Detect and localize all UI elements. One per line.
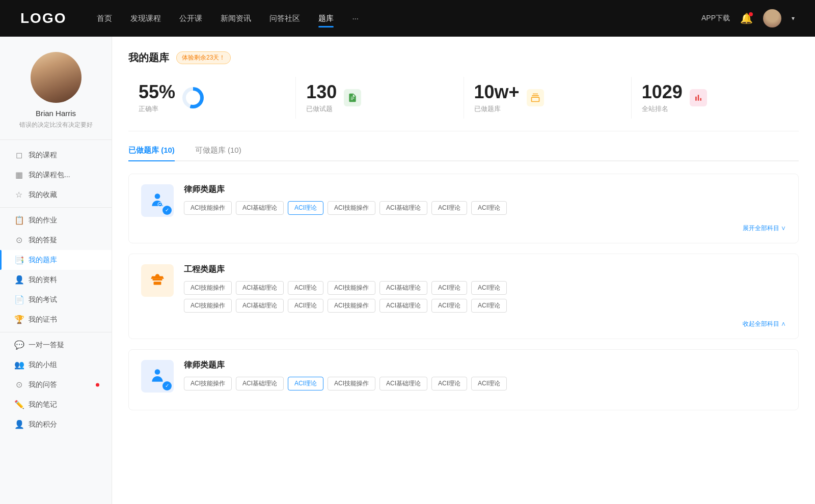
tab-available-banks[interactable]: 可做题库 (10) — [195, 146, 241, 160]
sidebar-item-question-bank[interactable]: 📑 我的题库 — [0, 250, 112, 270]
layout: Brian Harris 错误的决定比没有决定要好 ◻ 我的课程 ▦ 我的课程包… — [0, 37, 815, 504]
header: LOGO 首页 发现课程 公开课 新闻资讯 问答社区 题库 ··· APP下载 … — [0, 0, 815, 37]
qbank-name-lawyer-2: 律师类题库 — [184, 360, 786, 371]
notification-bell-icon[interactable]: 🔔 — [740, 12, 753, 24]
qbank-avatar-lawyer-1: ✓ — [141, 184, 174, 217]
law2-tag-4[interactable]: ACI技能操作 — [328, 377, 375, 390]
eng-tag-11[interactable]: ACI技能操作 — [328, 299, 375, 313]
stat-done-banks: 10w+ 已做题库 — [464, 77, 632, 119]
eng-tag-14[interactable]: ACI理论 — [471, 299, 507, 313]
tag-5[interactable]: ACI基础理论 — [379, 201, 427, 215]
eng-tag-5[interactable]: ACI基础理论 — [379, 281, 427, 295]
sidebar-item-label: 我的答疑 — [29, 236, 57, 245]
tab-row: 已做题库 (10) 可做题库 (10) — [128, 146, 799, 161]
law2-tag-2[interactable]: ACI基础理论 — [236, 377, 284, 390]
eng-tag-1[interactable]: ACI技能操作 — [184, 281, 232, 295]
eng-tag-4[interactable]: ACI技能操作 — [328, 281, 375, 295]
eng-tag-7[interactable]: ACI理论 — [471, 281, 507, 295]
one-on-one-icon: 💬 — [14, 340, 23, 350]
eng-tag-8[interactable]: ACI技能操作 — [184, 299, 232, 313]
sidebar-item-favorites[interactable]: ☆ 我的收藏 — [0, 185, 112, 205]
eng-tag-10[interactable]: ACI理论 — [288, 299, 323, 313]
qa-icon: ⊙ — [14, 235, 23, 245]
eng-tag-12[interactable]: ACI基础理论 — [379, 299, 427, 313]
certificate-icon: 🏆 — [14, 315, 23, 324]
tag-4[interactable]: ACI技能操作 — [328, 201, 375, 215]
eng-tag-6[interactable]: ACI理论 — [431, 281, 467, 295]
done-banks-icon — [527, 89, 544, 106]
sidebar-item-profile[interactable]: 👤 我的资料 — [0, 270, 112, 290]
eng-tag-13[interactable]: ACI理论 — [431, 299, 467, 313]
eng-tag-3[interactable]: ACI理论 — [288, 281, 323, 295]
eng-tag-9[interactable]: ACI基础理论 — [236, 299, 284, 313]
qbank-header: ✓ 律师类题库 ACI技能操作 ACI基础理论 ACI理论 ACI技能操作 AC… — [141, 184, 786, 217]
law2-tag-5[interactable]: ACI基础理论 — [379, 377, 427, 390]
law2-tag-3[interactable]: ACI理论 — [288, 377, 323, 390]
qbank-name-lawyer-1: 律师类题库 — [184, 184, 786, 195]
qbank-name-engineer: 工程类题库 — [184, 264, 786, 275]
nav-more[interactable]: ··· — [352, 12, 359, 25]
tag-1[interactable]: ACI技能操作 — [184, 201, 232, 215]
app-download-button[interactable]: APP下载 — [701, 14, 730, 23]
profile-avatar — [31, 52, 82, 103]
nav-home[interactable]: 首页 — [97, 12, 112, 25]
sidebar-item-exam[interactable]: 📄 我的考试 — [0, 290, 112, 310]
sidebar-item-points[interactable]: 👤 我的积分 — [0, 414, 112, 434]
stat-done-questions: 130 已做试题 — [296, 77, 464, 119]
sidebar-item-one-on-one[interactable]: 💬 一对一答疑 — [0, 335, 112, 355]
tag-6[interactable]: ACI理论 — [431, 201, 467, 215]
unread-dot — [96, 383, 99, 386]
nav-qa[interactable]: 问答社区 — [269, 12, 300, 25]
qbank-avatar-engineer — [141, 264, 174, 297]
header-right: APP下载 🔔 ▾ — [701, 9, 795, 27]
sidebar-item-label: 我的积分 — [29, 420, 57, 429]
nav-questionbank[interactable]: 题库 — [318, 12, 334, 25]
expand-lawyer-1[interactable]: 展开全部科目 ∨ — [141, 224, 786, 233]
sidebar-item-course-package[interactable]: ▦ 我的课程包... — [0, 165, 112, 185]
collapse-engineer[interactable]: 收起全部科目 ∧ — [141, 320, 786, 328]
user-avatar[interactable] — [763, 9, 781, 27]
trial-badge: 体验剩余23天！ — [176, 51, 231, 64]
sidebar-item-my-course[interactable]: ◻ 我的课程 — [0, 145, 112, 165]
sidebar-item-label: 我的问答 — [29, 380, 57, 389]
sidebar-item-group[interactable]: 👥 我的小组 — [0, 355, 112, 375]
nav-discover[interactable]: 发现课程 — [130, 12, 161, 25]
qbank-header-engineer: 工程类题库 ACI技能操作 ACI基础理论 ACI理论 ACI技能操作 ACI基… — [141, 264, 786, 313]
sidebar-item-qa[interactable]: ⊙ 我的答疑 — [0, 230, 112, 250]
qbank-tags-engineer-row2: ACI技能操作 ACI基础理论 ACI理论 ACI技能操作 ACI基础理论 AC… — [184, 299, 786, 313]
nav-opencourse[interactable]: 公开课 — [179, 12, 202, 25]
page-header: 我的题库 体验剩余23天！ — [128, 51, 799, 65]
sidebar-item-certificate[interactable]: 🏆 我的证书 — [0, 310, 112, 329]
course-icon: ◻ — [14, 150, 23, 160]
profile-icon: 👤 — [14, 275, 23, 285]
stats-row: 55% 正确率 130 已做试题 10w+ 已做题库 — [128, 77, 799, 131]
course-package-icon: ▦ — [14, 170, 23, 180]
stat-ranking-value: 1029 — [642, 82, 683, 102]
svg-rect-4 — [154, 282, 161, 285]
eng-tag-2[interactable]: ACI基础理论 — [236, 281, 284, 295]
stat-banks-value: 10w+ — [474, 82, 520, 102]
sidebar-item-label: 一对一答疑 — [29, 341, 64, 350]
group-icon: 👥 — [14, 360, 23, 370]
law2-tag-7[interactable]: ACI理论 — [471, 377, 507, 390]
tag-2[interactable]: ACI基础理论 — [236, 201, 284, 215]
sidebar-item-notes[interactable]: ✏️ 我的笔记 — [0, 395, 112, 414]
law2-tag-6[interactable]: ACI理论 — [431, 377, 467, 390]
sidebar-item-label: 我的小组 — [29, 360, 57, 370]
sidebar-item-my-qa[interactable]: ⊙ 我的问答 — [0, 375, 112, 395]
nav-news[interactable]: 新闻资讯 — [221, 12, 251, 25]
stat-accuracy-label: 正确率 — [139, 104, 175, 114]
sidebar-item-label: 我的资料 — [29, 275, 57, 285]
stat-accuracy: 55% 正确率 — [128, 77, 296, 119]
ranking-icon — [690, 89, 707, 106]
tab-done-banks[interactable]: 已做题库 (10) — [128, 146, 175, 160]
stat-ranking-label: 全站排名 — [642, 104, 683, 114]
check-badge: ✓ — [162, 206, 172, 215]
tag-7[interactable]: ACI理论 — [471, 201, 507, 215]
sidebar-item-homework[interactable]: 📋 我的作业 — [0, 210, 112, 230]
logo: LOGO — [20, 10, 66, 26]
tag-3[interactable]: ACI理论 — [288, 201, 323, 215]
qbank-section-engineer: 工程类题库 ACI技能操作 ACI基础理论 ACI理论 ACI技能操作 ACI基… — [128, 254, 799, 339]
user-dropdown-arrow[interactable]: ▾ — [792, 15, 795, 22]
law2-tag-1[interactable]: ACI技能操作 — [184, 377, 232, 390]
